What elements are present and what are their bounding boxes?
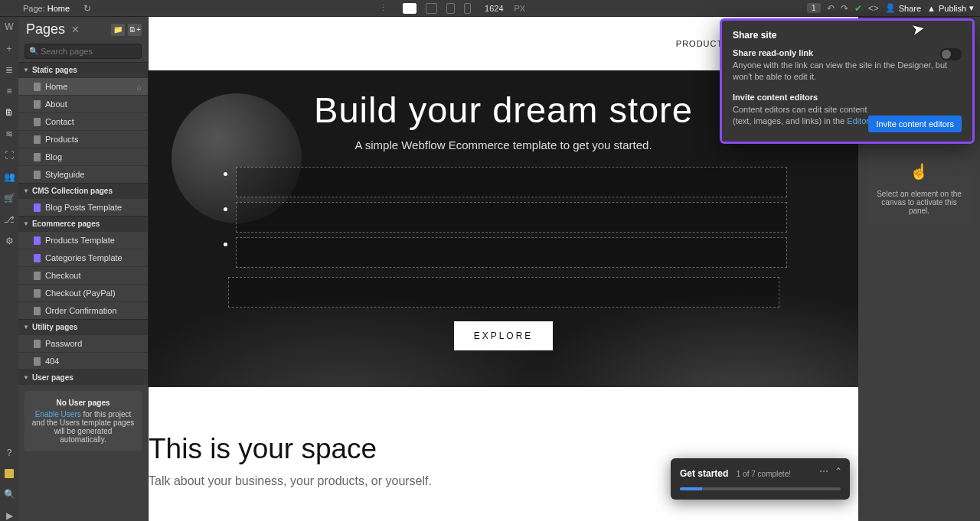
search-icon: 🔍 xyxy=(29,47,38,55)
publish-button[interactable]: ▲Publish ▾ xyxy=(927,3,974,13)
page-item-blog[interactable]: Blog xyxy=(18,148,148,165)
page-item-checkout[interactable]: Checkout xyxy=(18,266,148,284)
redo-icon[interactable]: ↷ xyxy=(841,3,848,14)
share-site-popover: Share site Share read-only link Anyone w… xyxy=(720,18,975,144)
hero-full-box[interactable] xyxy=(228,277,779,308)
tutorial-more-icon[interactable]: ⋯ xyxy=(819,466,828,477)
share-popover-title: Share site xyxy=(722,21,972,48)
viewport-tablet-landscape-icon[interactable] xyxy=(446,3,455,14)
enable-users-link[interactable]: Enable Users xyxy=(35,410,81,418)
new-folder-button[interactable]: 📁 xyxy=(111,24,125,36)
canvas-unit: PX xyxy=(514,4,526,13)
chevron-down-icon: ▼ xyxy=(23,374,29,381)
chevron-down-icon: ▼ xyxy=(23,187,29,194)
settings-icon[interactable]: ⚙ xyxy=(4,236,15,246)
tutorial-collapse-icon[interactable]: ⌃ xyxy=(835,466,842,477)
tutorial-title: Get started xyxy=(680,468,728,479)
chevron-down-icon: ▼ xyxy=(23,220,29,227)
group-user-pages[interactable]: ▼User pages xyxy=(18,370,148,385)
pages-panel-title: Pages xyxy=(26,21,65,37)
explore-button[interactable]: EXPLORE xyxy=(454,321,554,350)
assets-icon[interactable]: 👥 xyxy=(4,171,15,182)
pages-search-input[interactable] xyxy=(24,44,142,59)
chevron-down-icon: ▼ xyxy=(23,67,29,73)
rocket-icon: ▲ xyxy=(927,4,936,13)
users-icon[interactable]: ⛶ xyxy=(4,150,15,161)
page-item-styleguide[interactable]: Styleguide xyxy=(18,165,148,183)
top-bar: Page: Home ↻ ⋮ 1624 PX 1 ↶ ↷ ✔ <> 👤Share… xyxy=(0,0,980,17)
no-user-pages-notice: No User pages Enable Users for this proj… xyxy=(24,391,142,451)
page-item-products-template[interactable]: Products Template xyxy=(18,231,148,249)
share-readonly-title: Share read-only link xyxy=(733,48,962,57)
navigator-icon[interactable]: ≣ xyxy=(4,64,15,75)
invite-content-editors-button[interactable]: Invite content editors xyxy=(868,116,962,132)
invite-editors-title: Invite content editors xyxy=(733,93,962,102)
pointer-icon: ☝ xyxy=(874,162,965,181)
cms-icon[interactable]: ≋ xyxy=(4,129,15,139)
viewport-desktop-icon[interactable] xyxy=(403,3,416,14)
page-item-order-confirmation[interactable]: Order Confirmation xyxy=(18,301,148,319)
group-ecommerce-pages[interactable]: ▼Ecommerce pages xyxy=(18,216,148,231)
page-item-about[interactable]: About xyxy=(18,95,148,112)
hero-list[interactable] xyxy=(220,162,787,272)
more-menu-icon[interactable]: ⋮ xyxy=(373,3,394,13)
components-icon[interactable]: ≡ xyxy=(4,86,15,96)
share-button[interactable]: 👤Share xyxy=(885,3,921,13)
help-icon[interactable]: ? xyxy=(4,448,15,458)
style-panel-placeholder: ☝ Select an element on the canvas to act… xyxy=(866,139,972,227)
share-readonly-desc: Anyone with the link can view the site i… xyxy=(733,60,962,83)
editor-link[interactable]: Editor xyxy=(847,116,868,125)
webflow-logo-icon[interactable]: W xyxy=(4,21,15,32)
status-ok-icon[interactable]: ✔ xyxy=(854,3,862,14)
group-static-pages[interactable]: ▼Static pages xyxy=(18,62,148,77)
hero-subtitle[interactable]: A simple Webflow Ecommerce template to g… xyxy=(354,138,652,151)
page-label: Page: Home xyxy=(0,4,76,13)
add-element-icon[interactable]: ＋ xyxy=(4,43,15,54)
hero-list-item[interactable] xyxy=(236,202,787,233)
tutorial-card[interactable]: Get started 1 of 7 complete! ⋯ ⌃ xyxy=(671,458,850,500)
hero-list-item[interactable] xyxy=(236,237,787,268)
close-panel-icon[interactable]: ✕ xyxy=(71,24,80,35)
chevron-down-icon: ▾ xyxy=(969,3,974,13)
viewport-phone-icon[interactable] xyxy=(464,3,471,14)
hero-title[interactable]: Build your dream store xyxy=(314,89,693,131)
share-readonly-toggle[interactable] xyxy=(940,48,962,60)
search-icon[interactable]: 🔍 xyxy=(4,489,15,500)
ecommerce-icon[interactable]: 🛒 xyxy=(4,193,15,204)
page-item-404[interactable]: 404 xyxy=(18,352,148,370)
chevron-down-icon: ▼ xyxy=(23,324,29,331)
page-item-blog-template[interactable]: Blog Posts Template xyxy=(18,198,148,216)
tutorial-progress-bar xyxy=(680,487,841,490)
home-icon: ⌂ xyxy=(137,83,142,91)
hero-list-item[interactable] xyxy=(236,167,787,197)
canvas-width[interactable]: 1624 xyxy=(485,4,503,13)
page-item-categories-template[interactable]: Categories Template xyxy=(18,249,148,266)
pages-icon[interactable]: 🗎 xyxy=(4,107,15,118)
viewport-tablet-icon[interactable] xyxy=(426,3,437,14)
logic-icon[interactable]: ⎇ xyxy=(4,214,15,225)
refresh-icon[interactable]: ↻ xyxy=(83,3,91,14)
pages-panel: Pages ✕ 📁 🗎+ 🔍 ▼Static pages Home⌂ About… xyxy=(18,17,149,521)
tutorial-progress-label: 1 of 7 complete! xyxy=(737,470,791,478)
current-page-name[interactable]: Home xyxy=(47,4,70,13)
group-cms-pages[interactable]: ▼CMS Collection pages xyxy=(18,183,148,198)
new-page-button[interactable]: 🗎+ xyxy=(128,24,142,36)
audit-icon[interactable] xyxy=(5,469,14,478)
page-item-checkout-paypal[interactable]: Checkout (PayPal) xyxy=(18,284,148,301)
code-icon[interactable]: <> xyxy=(868,3,879,14)
left-tool-rail: W ＋ ≣ ≡ 🗎 ≋ ⛶ 👥 🛒 ⎇ ⚙ ? 🔍 ▶ xyxy=(0,17,18,521)
notification-badge[interactable]: 1 xyxy=(807,3,821,13)
user-icon: 👤 xyxy=(885,3,896,13)
group-utility-pages[interactable]: ▼Utility pages xyxy=(18,319,148,334)
page-item-password[interactable]: Password xyxy=(18,334,148,352)
page-item-products[interactable]: Products xyxy=(18,130,148,148)
undo-icon[interactable]: ↶ xyxy=(827,3,835,14)
page-item-home[interactable]: Home⌂ xyxy=(18,77,148,95)
page-item-contact[interactable]: Contact xyxy=(18,112,148,130)
video-icon[interactable]: ▶ xyxy=(4,510,15,521)
